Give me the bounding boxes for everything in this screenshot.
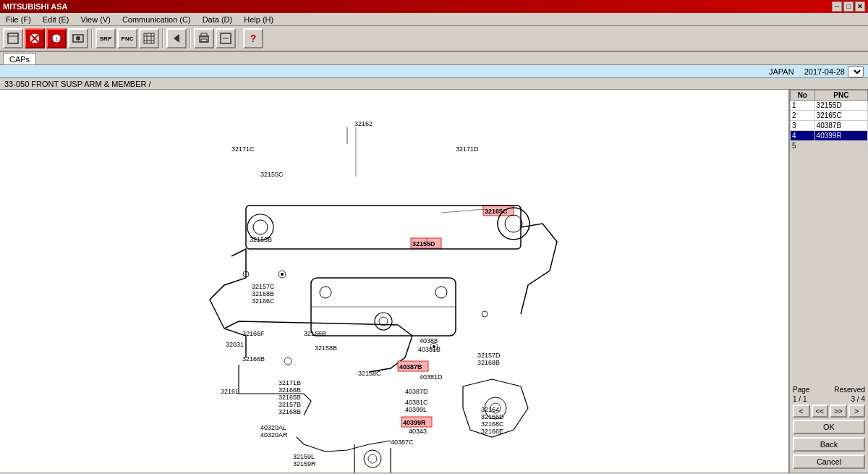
svg-text:40387B: 40387B (399, 363, 422, 371)
svg-text:32155B: 32155B (250, 236, 272, 243)
reserved-value: 3 / 4 (851, 395, 865, 403)
svg-rect-13 (144, 33, 154, 43)
main-content: 32162 32171C 32171D 32165C 32155C 32155D (0, 90, 868, 473)
region-label: JAPAN (769, 67, 794, 76)
col-no: No (791, 90, 815, 101)
toolbar-btn-4[interactable] (68, 28, 88, 48)
toolbar-btn-2[interactable] (25, 28, 45, 48)
svg-text:40387C: 40387C (391, 439, 414, 446)
breadcrumb: 33-050 FRONT SUSP ARM & MEMBER / (4, 80, 151, 88)
info-dropdown[interactable] (848, 66, 864, 77)
menu-bar: File (F) Edit (E) View (V) Communication… (0, 13, 868, 26)
svg-point-109 (433, 345, 435, 348)
svg-text:40381D: 40381D (420, 373, 443, 381)
nav-next[interactable]: >> (830, 405, 847, 418)
table-row[interactable]: 340387B (791, 121, 868, 131)
toolbar-btn-grid[interactable] (139, 28, 159, 48)
svg-text:32171C: 32171C (231, 145, 255, 153)
svg-text:40381C: 40381C (405, 399, 428, 406)
svg-text:32168B: 32168B (252, 290, 274, 297)
close-button[interactable]: ✕ (855, 1, 865, 12)
toolbar-btn-1[interactable] (3, 28, 23, 48)
svg-text:40387D: 40387D (405, 388, 428, 395)
svg-text:40343: 40343 (409, 428, 427, 435)
menu-edit[interactable]: Edit (E) (40, 15, 72, 24)
page-values: 1 / 1 3 / 4 (793, 395, 865, 403)
cell-no: 3 (791, 121, 815, 131)
toolbar-btn-help[interactable]: ? (243, 28, 263, 48)
svg-point-37 (281, 273, 284, 276)
reserved-label: Reserved (834, 386, 865, 394)
diagram-area: 32162 32171C 32171D 32165C 32155C 32155D (0, 90, 788, 473)
svg-marker-14 (174, 34, 179, 43)
svg-text:32161: 32161 (221, 388, 239, 395)
toolbar-btn-pnc[interactable]: PNC (117, 28, 137, 48)
svg-text:32166C: 32166C (252, 297, 275, 305)
svg-text:40317: 40317 (409, 471, 427, 473)
tab-caps[interactable]: CAPs (3, 53, 36, 64)
col-pnc: PNC (814, 90, 867, 101)
title-bar-controls[interactable]: ─ □ ✕ (832, 1, 865, 12)
cell-no: 1 (791, 101, 815, 111)
maximize-button[interactable]: □ (843, 1, 854, 12)
svg-text:40320AR: 40320AR (260, 431, 288, 439)
toolbar-nav-prev[interactable] (166, 28, 187, 48)
svg-text:32166D: 32166D (481, 413, 504, 420)
separator-4 (239, 29, 240, 48)
svg-text:40399R: 40399R (403, 419, 426, 426)
table-row[interactable]: 440399R (791, 131, 868, 141)
cell-pnc: 40387B (814, 121, 867, 131)
menu-file[interactable]: File (F) (3, 15, 34, 24)
toolbar-btn-5[interactable] (216, 28, 236, 48)
toolbar-btn-srp[interactable]: SRP (95, 28, 116, 48)
svg-text:32162: 32162 (354, 120, 373, 127)
menu-help[interactable]: Help (H) (241, 15, 276, 24)
page-controls: Page Reserved 1 / 1 3 / 4 < << >> > OK B… (790, 383, 868, 473)
menu-data[interactable]: Data (D) (200, 15, 236, 24)
table-row[interactable]: 132155D (791, 101, 868, 111)
table-row[interactable]: 5 (791, 141, 868, 151)
svg-text:32166F: 32166F (242, 330, 265, 337)
cancel-button[interactable]: Cancel (793, 454, 865, 469)
toolbar-btn-3[interactable]: i (46, 28, 67, 48)
back-button[interactable]: Back (793, 437, 865, 452)
svg-point-8 (76, 36, 80, 41)
cell-pnc (814, 141, 867, 151)
svg-text:32164: 32164 (481, 406, 499, 413)
svg-text:32155D: 32155D (412, 240, 435, 247)
minimize-button[interactable]: ─ (832, 1, 842, 12)
menu-view[interactable]: View (V) (78, 15, 114, 24)
svg-text:32171D: 32171D (456, 145, 479, 153)
svg-text:i: i (56, 35, 57, 43)
svg-text:40320AL: 40320AL (260, 424, 286, 431)
toolbar-btn-print[interactable] (194, 28, 214, 48)
svg-rect-0 (8, 33, 18, 43)
info-right: JAPAN 2017-04-28 (769, 66, 864, 77)
menu-communication[interactable]: Communication (C) (119, 15, 194, 24)
svg-text:32157D: 32157D (477, 352, 501, 359)
separator-2 (162, 29, 163, 48)
info-separator (797, 67, 801, 76)
title-bar: MITSUBISHI ASA ─ □ ✕ (0, 0, 868, 13)
cell-no: 5 (791, 141, 815, 151)
nav-first[interactable]: < (793, 405, 810, 418)
svg-text:32166B: 32166B (242, 355, 265, 363)
svg-text:32166B: 32166B (278, 386, 301, 394)
tabs-area: CAPs (0, 52, 868, 65)
page-buttons: < << >> > (793, 405, 865, 418)
table-row[interactable]: 232165C (791, 111, 868, 121)
svg-text:32159L: 32159L (293, 453, 315, 460)
parts-table: No PNC 132155D232165C340387B440399R5 (790, 90, 868, 383)
right-panel: No PNC 132155D232165C340387B440399R5 Pag… (788, 90, 868, 473)
page-label: Page (793, 386, 809, 394)
nav-prev[interactable]: << (812, 405, 829, 418)
page-info: Page Reserved (793, 386, 865, 394)
nav-last[interactable]: > (848, 405, 866, 418)
svg-text:32159R: 32159R (293, 460, 316, 467)
svg-text:32168C: 32168C (481, 420, 504, 428)
svg-text:32157B: 32157B (278, 401, 301, 408)
ok-button[interactable]: OK (793, 420, 865, 434)
svg-text:32158B: 32158B (315, 344, 337, 352)
svg-text:32157C: 32157C (252, 283, 275, 290)
cell-pnc: 32165C (814, 111, 867, 121)
